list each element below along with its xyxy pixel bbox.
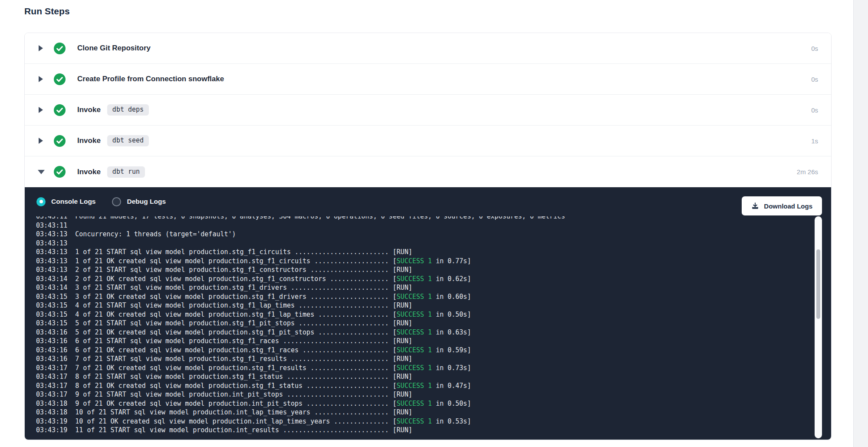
run-step-row[interactable]: Invokedbt deps0s <box>25 95 831 126</box>
radio-label: Debug Logs <box>127 198 166 205</box>
log-line: 03:43:19 10 of 21 OK created sql view mo… <box>36 417 815 426</box>
step-duration: 2m 26s <box>797 168 818 175</box>
step-title: Invoke <box>77 168 101 176</box>
run-step-row[interactable]: Create Profile from Connection snowflake… <box>25 64 831 95</box>
log-line: 03:43:19 11 of 21 START sql view model p… <box>36 426 815 435</box>
log-line: 03:43:15 3 of 21 OK created sql view mod… <box>36 292 815 301</box>
log-line: 03:43:13 2 of 21 START sql view model pr… <box>36 265 815 275</box>
radio-selected-icon[interactable] <box>36 197 46 206</box>
run-steps-card: Clone Git Repository0sCreate Profile fro… <box>24 33 832 440</box>
console-log-panel: Console LogsDebug Logs Download Logs 03:… <box>25 187 831 440</box>
log-line: 03:43:14 2 of 21 OK created sql view mod… <box>36 275 815 284</box>
log-line: 03:43:11 Found 21 models, 17 tests, 0 sn… <box>36 216 815 221</box>
step-duration: 0s <box>811 45 818 52</box>
step-title: Create Profile from Connection snowflake <box>77 75 224 83</box>
chevron-right-icon[interactable] <box>39 76 43 82</box>
page-scroll-gutter <box>853 0 868 447</box>
log-type-radio-debug-logs[interactable]: Debug Logs <box>112 197 166 206</box>
step-duration: 0s <box>811 76 818 83</box>
log-line: 03:43:14 3 of 21 START sql view model pr… <box>36 283 815 292</box>
run-steps-page: Run Steps Clone Git Repository0sCreate P… <box>0 0 868 447</box>
log-line: 03:43:17 8 of 21 START sql view model pr… <box>36 372 815 381</box>
chevron-right-icon[interactable] <box>39 138 43 144</box>
log-scrollbar-track[interactable] <box>815 216 822 438</box>
download-icon <box>751 202 759 210</box>
success-check-icon <box>54 135 66 147</box>
log-line: 03:43:16 6 of 21 OK created sql view mod… <box>36 346 815 355</box>
run-steps-list: Clone Git Repository0sCreate Profile fro… <box>25 33 831 187</box>
run-step-row[interactable]: Invokedbt seed1s <box>25 126 831 156</box>
log-type-radio-group: Console LogsDebug Logs <box>36 187 166 216</box>
log-line: 03:43:16 6 of 21 START sql view model pr… <box>36 337 815 346</box>
step-duration: 0s <box>811 106 818 114</box>
log-line: 03:43:13 1 of 21 OK created sql view mod… <box>36 257 815 266</box>
download-logs-label: Download Logs <box>764 202 812 210</box>
run-step-row[interactable]: Invokedbt run2m 26s <box>25 156 831 187</box>
step-title: Invoke <box>77 136 101 145</box>
log-line: 03:43:18 10 of 21 START sql view model p… <box>36 408 815 417</box>
log-line: 03:43:15 5 of 21 START sql view model pr… <box>36 319 815 328</box>
step-command-badge: dbt run <box>107 166 145 178</box>
step-command-badge: dbt seed <box>107 135 149 146</box>
log-scrollbar-thumb[interactable] <box>816 249 820 319</box>
log-line: 03:43:18 9 of 21 OK created sql view mod… <box>36 399 815 408</box>
chevron-right-icon[interactable] <box>39 107 43 113</box>
success-check-icon <box>54 43 66 54</box>
step-command-badge: dbt deps <box>107 104 149 116</box>
step-duration: 1s <box>811 137 818 145</box>
console-log-output[interactable]: 03:43:11 Found 21 models, 17 tests, 0 sn… <box>36 216 815 438</box>
page-title: Run Steps <box>24 6 70 17</box>
log-line: 03:43:17 9 of 21 START sql view model pr… <box>36 390 815 399</box>
log-line: 03:43:15 4 of 21 OK created sql view mod… <box>36 310 815 319</box>
download-logs-button[interactable]: Download Logs <box>742 196 822 215</box>
log-line: 03:43:15 4 of 21 START sql view model pr… <box>36 301 815 310</box>
log-type-radio-console-logs[interactable]: Console Logs <box>36 197 95 206</box>
chevron-down-icon[interactable] <box>38 170 45 174</box>
log-line: 03:43:16 7 of 21 START sql view model pr… <box>36 354 815 364</box>
chevron-right-icon[interactable] <box>39 45 43 51</box>
run-step-row[interactable]: Clone Git Repository0s <box>25 33 831 64</box>
log-line: 03:43:13 <box>36 239 815 248</box>
radio-unselected-icon[interactable] <box>112 197 121 206</box>
success-check-icon <box>54 166 66 178</box>
log-line: 03:43:11 <box>36 221 815 230</box>
success-check-icon <box>54 73 66 85</box>
log-line: 03:43:13 1 of 21 START sql view model pr… <box>36 248 815 257</box>
log-lines: 03:43:11 Found 21 models, 17 tests, 0 sn… <box>36 216 815 435</box>
step-title: Invoke <box>77 106 101 114</box>
radio-label: Console Logs <box>51 198 95 205</box>
log-line: 03:43:17 8 of 21 OK created sql view mod… <box>36 381 815 391</box>
success-check-icon <box>54 104 66 116</box>
log-line: 03:43:17 7 of 21 OK created sql view mod… <box>36 364 815 373</box>
log-line: 03:43:13 Concurrency: 1 threads (target=… <box>36 230 815 239</box>
step-title: Clone Git Repository <box>77 44 151 53</box>
log-line: 03:43:16 5 of 21 OK created sql view mod… <box>36 328 815 337</box>
